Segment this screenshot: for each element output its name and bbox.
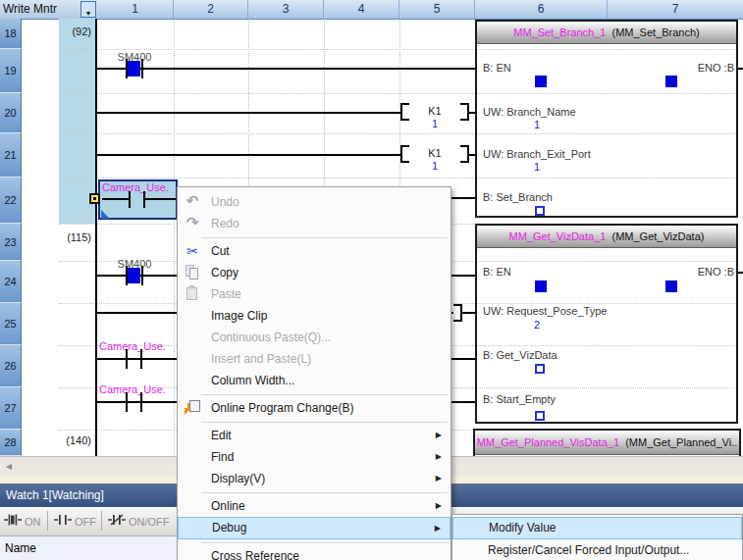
force-on-button[interactable]: ON — [4, 511, 41, 533]
submenu-arrow-icon: ▶ — [436, 495, 442, 517]
column-header-3: 3 — [248, 0, 324, 19]
menu-item-image-clip[interactable]: Image Clip — [178, 305, 451, 327]
constant-bracket — [453, 304, 462, 322]
monitor-on-indicator — [665, 280, 677, 292]
column-header-1: 1 — [97, 0, 174, 19]
row-header-21: 21 — [0, 133, 22, 178]
menu-item-copy[interactable]: Copy — [178, 262, 451, 283]
ladder-line — [145, 198, 176, 200]
force-off-icon — [54, 513, 72, 531]
fb-type-name: (MM_Get_VizData) — [612, 230, 705, 242]
submenu-item-register-cancel-forced-io[interactable]: Register/Cancel Forced Input/Output... — [452, 539, 742, 560]
contact-camera-use[interactable] — [126, 392, 128, 412]
fb-port-label: UW: Branch_Name — [483, 106, 576, 118]
column-header-5: 5 — [399, 0, 475, 19]
force-on-label: ON — [25, 516, 41, 528]
contact-camera-use — [143, 191, 145, 208]
debug-submenu: Modify Value Register/Cancel Forced Inpu… — [451, 514, 743, 560]
fb-type-name: (MM_Set_Branch) — [612, 26, 700, 38]
menu-item-online[interactable]: Online ▶ — [178, 495, 451, 517]
menu-item-paste[interactable]: Paste — [178, 283, 451, 305]
constant-monitor-value: 1 — [400, 118, 469, 129]
ladder-line — [102, 198, 130, 200]
online-program-change-icon — [183, 397, 202, 419]
fb-mm-set-branch[interactable]: MM_Set_Branch_1 (MM_Set_Branch) — [475, 20, 738, 218]
row-header-22: 22 — [0, 178, 22, 224]
menu-item-edit[interactable]: Edit ▶ — [178, 425, 451, 446]
contact-camera-use[interactable] — [126, 349, 128, 369]
fb-header: MM_Set_Branch_1 (MM_Set_Branch) — [477, 22, 736, 44]
row-header-26: 26 — [0, 345, 22, 387]
column-header-2: 2 — [174, 0, 248, 19]
menu-item-undo[interactable]: ↶ Undo — [178, 191, 451, 213]
force-off-label: OFF — [75, 516, 96, 528]
monitor-off-indicator — [535, 364, 545, 374]
submenu-arrow-icon: ▶ — [436, 468, 442, 489]
selection-handle[interactable] — [89, 193, 100, 204]
submenu-arrow-icon: ▶ — [435, 518, 441, 538]
contact-camera-use[interactable] — [140, 349, 142, 369]
undo-icon: ↶ — [183, 191, 202, 213]
paste-icon — [183, 283, 202, 305]
contact-camera-use[interactable] — [140, 392, 142, 412]
fb-port-monitor-value: 1 — [525, 119, 549, 130]
row-header-25: 25 — [0, 303, 22, 345]
fb-port-label: UW: Request_Pose_Type — [483, 305, 607, 317]
fb-port-label: B: Start_Empty — [483, 393, 556, 405]
constant-label: K1 — [400, 105, 469, 117]
row-header-18: 18 — [0, 19, 22, 49]
menu-item-debug[interactable]: Debug ▶ — [178, 517, 451, 539]
fb-port-label: B: EN — [483, 62, 511, 74]
contact-label: Camera_Use. — [102, 181, 169, 193]
step-number-115: (115) — [35, 231, 91, 243]
menu-item-redo[interactable]: ↷ Redo — [178, 213, 451, 234]
step-number-92: (92) — [35, 25, 91, 37]
menu-item-column-width[interactable]: Column Width... — [178, 370, 451, 391]
row-header-20: 20 — [0, 93, 22, 133]
fb-port-label: ENO :B — [648, 266, 734, 278]
monitor-off-indicator — [535, 206, 545, 216]
menu-item-cut[interactable]: ✂ Cut — [178, 240, 451, 262]
contact-sm400[interactable] — [141, 59, 143, 78]
fb-port-label: B: EN — [483, 266, 511, 278]
grid-header-bar: Write Mntr ▼ 1 2 3 4 5 6 7 — [0, 0, 743, 20]
fb-port-label: B: Get_VizData — [483, 349, 557, 361]
fb-mm-get-planned-visdata[interactable]: MM_Get_Planned_VisData_1 (MM_Get_Planned… — [473, 429, 741, 459]
context-menu: ↶ Undo ↷ Redo ✂ Cut Copy Paste Image Cli… — [177, 186, 451, 560]
row-header-27: 27 — [0, 387, 22, 430]
toolbar-separator — [47, 511, 48, 531]
monitor-on-indicator — [535, 280, 547, 292]
fb-port-label: ENO :B — [648, 62, 734, 74]
menu-item-insert-and-paste[interactable]: Insert and Paste(L) — [178, 348, 451, 370]
row-header-19: 19 — [0, 49, 22, 93]
mode-dropdown-button[interactable]: ▼ — [80, 1, 96, 18]
force-onoff-button[interactable]: ON/OFF — [108, 511, 170, 533]
fb-type-name: (MM_Get_Planned_Vi.. — [625, 436, 737, 448]
menu-item-cross-reference[interactable]: Cross Reference — [178, 545, 451, 560]
constant-monitor-value: 1 — [400, 160, 469, 172]
redo-icon: ↷ — [183, 213, 202, 234]
fb-port-label: UW: Branch_Exit_Port — [483, 148, 591, 160]
menu-item-display[interactable]: Display(V) ▶ — [178, 468, 451, 489]
column-header-6: 6 — [475, 0, 608, 19]
selected-contact-cell[interactable]: Camera_Use. — [98, 179, 178, 220]
submenu-item-modify-value[interactable]: Modify Value — [452, 517, 742, 539]
column-header-7: 7 — [608, 0, 743, 19]
force-off-button[interactable]: OFF — [54, 511, 96, 533]
contact-energized-indicator — [128, 61, 140, 76]
scroll-left-arrow-icon[interactable]: ◂ — [2, 458, 16, 475]
row-header-23: 23 — [0, 224, 22, 261]
row-header-28: 28 — [0, 430, 22, 456]
menu-item-continuous-paste[interactable]: Continuous Paste(Q)... — [178, 327, 451, 348]
toolbar-separator — [101, 511, 102, 531]
fb-port-monitor-value: 1 — [525, 161, 549, 173]
submenu-arrow-icon: ▶ — [436, 425, 442, 446]
fb-port-monitor-value: 2 — [525, 319, 549, 331]
menu-item-online-program-change[interactable]: Online Program Change(B) — [178, 397, 451, 419]
edit-marker-triangle — [101, 210, 110, 219]
menu-item-find[interactable]: Find ▶ — [178, 446, 451, 468]
ladder-line — [97, 68, 477, 70]
ladder-line — [97, 154, 400, 156]
submenu-arrow-icon: ▶ — [436, 446, 442, 468]
contact-sm400[interactable] — [141, 266, 143, 285]
